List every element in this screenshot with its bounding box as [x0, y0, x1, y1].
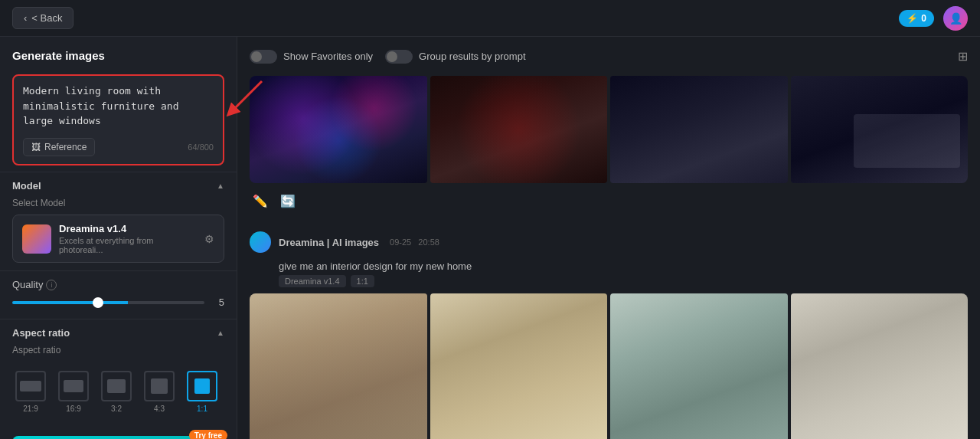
try-free-badge: Try free	[189, 430, 227, 439]
sidebar: Generate images Modern living room with …	[0, 37, 237, 439]
image-group-2: Dreamina | AI images 09-25 20:58 give me…	[250, 231, 968, 439]
aspect-21-9[interactable]: 21:9	[12, 368, 49, 416]
aspect-16-9-box	[58, 371, 89, 401]
quality-value: 5	[212, 296, 224, 308]
back-button[interactable]: ‹ < Back	[12, 7, 74, 29]
image-living-2	[430, 293, 608, 439]
show-favorites-toggle[interactable]	[250, 50, 277, 64]
show-favorites-toggle-row: Show Favorites only	[250, 50, 373, 64]
sidebar-title: Generate images	[0, 37, 237, 68]
quality-section: Quality i 5	[0, 270, 237, 319]
aspect-3-2-label: 3:2	[111, 405, 122, 413]
group-date: 09-25	[390, 238, 411, 247]
aspect-1-1-label: 1:1	[197, 405, 207, 413]
aspect-sublabel: Aspect ratio	[12, 345, 224, 355]
content-area: Show Favorites only Group results by pro…	[237, 37, 980, 439]
aspect-4-3-box	[144, 371, 175, 401]
group-info: Dreamina | AI images 09-25 20:58	[250, 231, 968, 253]
generate-button[interactable]: Generate ⚡ 0 Try free	[12, 436, 224, 439]
aspect-chevron: ▲	[217, 329, 224, 337]
aspect-ratio-section: Aspect ratio ▲ Aspect ratio 21:9 16:9	[0, 319, 237, 430]
select-model-label: Select Model	[12, 198, 224, 208]
main-layout: Generate images Modern living room with …	[0, 37, 980, 439]
model-section: Model ▲ Select Model Dreamina v1.4 Excel…	[0, 172, 237, 270]
prompt-footer: 🖼 Reference 64/800	[23, 138, 214, 156]
group-by-prompt-toggle[interactable]	[385, 50, 413, 64]
settings-icon[interactable]: ⚙	[204, 233, 214, 245]
edit-button-1[interactable]: ✏️	[250, 191, 271, 211]
group-author: Dreamina | AI images	[279, 237, 379, 248]
aspect-ratio-label: Aspect ratio	[12, 327, 70, 339]
image-car	[791, 76, 969, 183]
show-favorites-label: Show Favorites only	[283, 51, 373, 62]
credits-badge: ⚡ 0	[899, 10, 934, 27]
model-thumbnail	[22, 224, 51, 254]
image-living-3	[610, 293, 788, 439]
reference-button[interactable]: 🖼 Reference	[23, 138, 95, 156]
prompt-area: Modern living room with minimalistic fur…	[12, 74, 224, 165]
aspect-1-1[interactable]: 1:1	[184, 368, 220, 416]
image-keyboard	[430, 76, 608, 183]
group-by-prompt-label: Group results by prompt	[419, 51, 525, 62]
group-datetime: 09-25 20:58	[390, 238, 439, 247]
model-section-header: Model ▲	[12, 180, 224, 192]
model-card[interactable]: Dreamina v1.4 Excels at everything from …	[12, 215, 224, 263]
group-time: 20:58	[418, 238, 439, 247]
image-dark-city	[250, 76, 427, 183]
aspect-3-2-box	[101, 371, 132, 401]
prompt-input[interactable]: Modern living room with minimalistic fur…	[23, 84, 214, 129]
aspect-16-9[interactable]: 16:9	[55, 368, 92, 416]
aspect-16-9-label: 16:9	[66, 405, 80, 413]
quality-slider[interactable]	[12, 301, 204, 304]
aspect-21-9-inner	[20, 381, 41, 391]
back-label: < Back	[31, 12, 62, 24]
avatar[interactable]: 👤	[943, 6, 968, 31]
quality-row: Quality i	[12, 279, 224, 290]
lightning-icon: ⚡	[906, 13, 918, 24]
back-icon: ‹	[24, 12, 27, 24]
group-avatar	[250, 231, 271, 253]
image-row-living	[250, 293, 968, 439]
model-description: Excels at everything from photoreali...	[59, 236, 197, 254]
image-living-4	[791, 293, 969, 439]
aspect-3-2-inner	[107, 379, 126, 393]
image-icon: 🖼	[31, 142, 41, 152]
model-label: Model	[12, 180, 41, 192]
layout-icon[interactable]: ⊞	[958, 49, 968, 64]
image-office	[610, 76, 788, 183]
aspect-21-9-label: 21:9	[23, 405, 38, 413]
aspect-1-1-box	[187, 371, 217, 401]
aspect-options: 21:9 16:9 3:2	[12, 362, 224, 422]
credits-count: 0	[921, 13, 926, 24]
group-1-actions: ✏️ 🔄	[250, 189, 968, 213]
model-tag: Dreamina v1.4	[279, 275, 346, 287]
model-name: Dreamina v1.4	[59, 223, 197, 234]
topbar: ‹ < Back ⚡ 0 👤	[0, 0, 980, 37]
aspect-21-9-box	[15, 371, 46, 401]
group-by-prompt-toggle-row: Group results by prompt	[385, 50, 525, 64]
image-group-1: ✏️ 🔄	[250, 76, 968, 213]
model-chevron: ▲	[217, 182, 224, 190]
aspect-1-1-inner	[194, 378, 210, 394]
model-info: Dreamina v1.4 Excels at everything from …	[59, 223, 197, 254]
info-icon: i	[46, 280, 57, 290]
aspect-3-2[interactable]: 3:2	[98, 368, 135, 416]
refresh-button-1[interactable]: 🔄	[277, 191, 299, 211]
aspect-ratio-header: Aspect ratio ▲	[12, 327, 224, 339]
topbar-right: ⚡ 0 👤	[899, 6, 968, 31]
aspect-4-3[interactable]: 4:3	[141, 368, 178, 416]
aspect-16-9-inner	[64, 380, 83, 392]
image-living-1	[250, 293, 427, 439]
ratio-tag: 1:1	[351, 275, 374, 287]
aspect-4-3-inner	[151, 378, 168, 394]
aspect-4-3-label: 4:3	[154, 405, 165, 413]
slider-container: 5	[12, 293, 224, 311]
quality-label: Quality i	[12, 279, 57, 290]
group-prompt-text: give me an interior design for my new ho…	[279, 260, 968, 272]
group-tags: Dreamina v1.4 1:1	[279, 275, 968, 287]
reference-label: Reference	[44, 142, 87, 152]
content-topbar: Show Favorites only Group results by pro…	[250, 49, 968, 64]
image-row-1	[250, 76, 968, 183]
char-count: 64/800	[188, 143, 214, 152]
